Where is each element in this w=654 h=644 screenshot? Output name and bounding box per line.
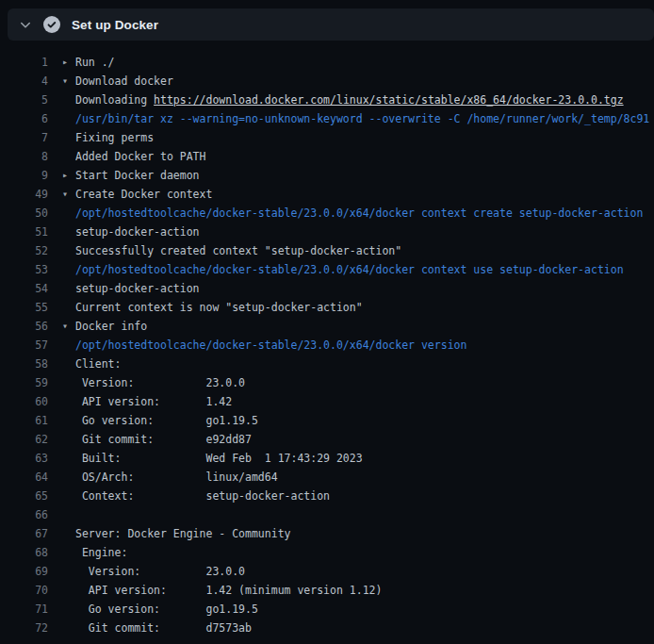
line-number[interactable]: 49 [0,188,48,201]
line-number[interactable]: 65 [0,489,48,503]
group-caret-icon[interactable]: ▸ [48,166,75,185]
log-group-row[interactable]: 1 ▸ Run ./ [0,53,654,72]
line-number[interactable]: 57 [0,339,48,352]
line-number[interactable]: 61 [0,414,48,427]
group-caret-icon[interactable]: ▾ [48,72,75,91]
log-text: Fixing perms [75,131,654,144]
log-row: 54 setup-docker-action [0,279,654,298]
log-row: 5 Downloading https://download.docker.co… [0,91,654,109]
line-number[interactable]: 54 [0,282,48,295]
log-text: API version: 1.42 [75,395,654,408]
line-number[interactable]: 72 [0,621,48,635]
log-row: 58 Client: [0,355,654,373]
log-text: setup-docker-action [75,282,654,295]
line-number[interactable]: 9 [0,169,48,182]
line-number[interactable]: 59 [0,376,48,389]
log-row: 66 [0,505,654,524]
log-row: 52 Successfully created context "setup-d… [0,241,654,260]
log-text: Go version: go1.19.5 [75,603,654,616]
log-text: Context: setup-docker-action [75,489,654,503]
log-segment: Version: 23.0.0 [75,565,245,578]
log-group-row[interactable]: 4 ▾ Download docker [0,72,654,91]
log-text: /opt/hostedtoolcache/docker-stable/23.0.… [75,263,654,276]
log-row: 62 Git commit: e92dd87 [0,430,654,449]
log-text: Run ./ [75,56,654,69]
log-group-row[interactable]: 49 ▾ Create Docker context [0,185,654,204]
line-number[interactable]: 4 [0,74,48,88]
log-text: Create Docker context [75,188,654,201]
log-text: API version: 1.42 (minimum version 1.12) [75,584,654,597]
line-number[interactable]: 69 [0,565,48,578]
log-segment: Built: Wed Feb 1 17:43:29 2023 [75,452,363,465]
log-segment: Engine: [75,546,127,559]
line-number[interactable]: 58 [0,357,48,371]
log-segment: Client: [75,357,121,371]
log-group-row[interactable]: 9 ▸ Start Docker daemon [0,166,654,185]
line-number[interactable]: 5 [0,93,48,107]
log-row: 53 /opt/hostedtoolcache/docker-stable/23… [0,260,654,279]
log-row: 51 setup-docker-action [0,223,654,241]
log-text: setup-docker-action [75,225,654,239]
log-group-row[interactable]: 56 ▾ Docker info [0,317,654,336]
log-segment: Create Docker context [75,188,212,201]
log-row: 61 Go version: go1.19.5 [0,411,654,430]
line-number[interactable]: 51 [0,225,48,239]
line-number[interactable]: 56 [0,320,48,333]
line-number[interactable]: 62 [0,433,48,446]
log-row: 63 Built: Wed Feb 1 17:43:29 2023 [0,449,654,468]
log-row: 59 Version: 23.0.0 [0,373,654,392]
log-segment: Current context is now "setup-docker-act… [75,301,363,314]
line-number[interactable]: 6 [0,112,48,125]
line-number[interactable]: 63 [0,452,48,465]
log-text: /opt/hostedtoolcache/docker-stable/23.0.… [75,206,654,220]
group-caret-icon[interactable]: ▸ [48,53,75,72]
log-segment: Fixing perms [75,131,154,144]
log-row: 64 OS/Arch: linux/amd64 [0,468,654,487]
log-row: 72 Git commit: d7573ab [0,619,654,637]
log-segment: Go version: go1.19.5 [75,603,258,616]
log-segment: /usr/bin/tar xz --warning=no-unknown-key… [75,112,649,125]
log-row: 55 Current context is now "setup-docker-… [0,298,654,317]
log-row: 60 API version: 1.42 [0,392,654,411]
log-segment: Context: setup-docker-action [75,489,330,503]
log-text: Built: Wed Feb 1 17:43:29 2023 [75,452,654,465]
log-row: 69 Version: 23.0.0 [0,562,654,581]
log-row: 6 /usr/bin/tar xz --warning=no-unknown-k… [0,109,654,128]
log-text: Server: Docker Engine - Community [75,527,654,540]
line-number[interactable]: 8 [0,150,48,163]
log-segment: Docker info [75,320,147,333]
line-number[interactable]: 66 [0,508,48,521]
log-segment: Downloading [75,93,154,107]
group-caret-icon[interactable]: ▾ [48,317,75,336]
log-segment: setup-docker-action [75,282,200,295]
line-number[interactable]: 1 [0,56,48,69]
group-caret-icon[interactable]: ▾ [48,185,75,204]
line-number[interactable]: 67 [0,527,48,540]
line-number[interactable]: 53 [0,263,48,276]
step-header-bar[interactable]: Set up Docker [8,8,654,41]
log-segment: Start Docker daemon [75,169,200,182]
log-segment: Version: 23.0.0 [75,376,245,389]
log-text: /usr/bin/tar xz --warning=no-unknown-key… [75,112,654,125]
line-number[interactable]: 71 [0,603,48,616]
log-link[interactable]: https://download.docker.com/linux/static… [154,93,624,107]
log-segment: Server: Docker Engine - Community [75,527,290,540]
line-number[interactable]: 70 [0,584,48,597]
log-text: OS/Arch: linux/amd64 [75,471,654,484]
log-segment: Git commit: d7573ab [75,621,252,635]
log-segment: Run ./ [75,56,115,69]
line-number[interactable]: 55 [0,301,48,314]
line-number[interactable]: 7 [0,131,48,144]
log-row: 70 API version: 1.42 (minimum version 1.… [0,581,654,600]
line-number[interactable]: 52 [0,244,48,257]
log-text: Current context is now "setup-docker-act… [75,301,654,314]
log-row: 57 /opt/hostedtoolcache/docker-stable/23… [0,336,654,355]
chevron-down-icon[interactable] [18,17,33,32]
log-segment: API version: 1.42 [75,395,232,408]
line-number[interactable]: 60 [0,395,48,408]
line-number[interactable]: 64 [0,471,48,484]
log-segment: Successfully created context "setup-dock… [75,244,401,257]
line-number[interactable]: 68 [0,546,48,559]
log-text: Download docker [75,74,654,88]
line-number[interactable]: 50 [0,206,48,220]
